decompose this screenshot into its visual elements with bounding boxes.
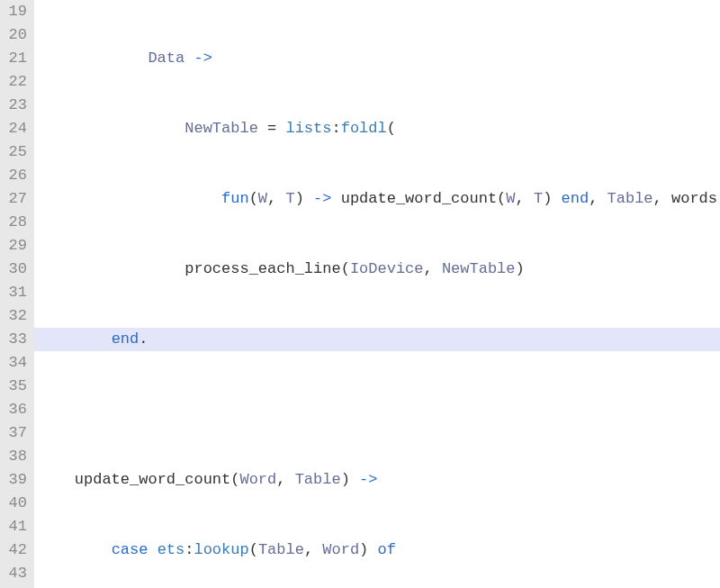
line-number: 38	[4, 445, 27, 468]
line-number: 30	[4, 258, 27, 281]
line-number: 39	[4, 468, 27, 492]
line-number: 35	[4, 375, 27, 398]
line-number: 34	[4, 351, 27, 375]
line-number: 29	[4, 234, 27, 258]
line-number: 20	[4, 23, 27, 47]
line-number: 25	[4, 140, 27, 164]
line-number: 26	[4, 164, 27, 187]
line-number: 19	[4, 0, 27, 23]
code-line[interactable]: update_word_count(Word, Table) ->	[34, 468, 720, 492]
code-line-highlighted[interactable]: end.	[34, 328, 720, 351]
line-number: 31	[4, 281, 27, 304]
code-line[interactable]: process_each_line(IoDevice, NewTable)	[34, 258, 720, 281]
line-number: 24	[4, 117, 27, 140]
line-number: 41	[4, 515, 27, 538]
line-number: 28	[4, 211, 27, 234]
code-line[interactable]: fun(W, T) -> update_word_count(W, T) end…	[34, 187, 720, 211]
line-number: 23	[4, 94, 27, 117]
line-number: 32	[4, 304, 27, 328]
line-number: 42	[4, 538, 27, 562]
code-area[interactable]: Data -> NewTable = lists:foldl( fun(W, T…	[34, 0, 720, 588]
line-number: 33	[4, 328, 27, 351]
line-number: 43	[4, 562, 27, 585]
code-line[interactable]: NewTable = lists:foldl(	[34, 117, 720, 140]
line-number-gutter: 19 20 21 22 23 24 25 26 27 28 29 30 31 3…	[0, 0, 34, 588]
line-number: 27	[4, 187, 27, 211]
code-line[interactable]	[34, 398, 720, 421]
line-number: 21	[4, 47, 27, 70]
line-number: 36	[4, 398, 27, 421]
line-number: 37	[4, 421, 27, 445]
line-number: 40	[4, 492, 27, 515]
code-editor: 19 20 21 22 23 24 25 26 27 28 29 30 31 3…	[0, 0, 720, 588]
code-line[interactable]: case ets:lookup(Table, Word) of	[34, 538, 720, 562]
code-line[interactable]: Data ->	[34, 47, 720, 70]
line-number: 22	[4, 70, 27, 94]
